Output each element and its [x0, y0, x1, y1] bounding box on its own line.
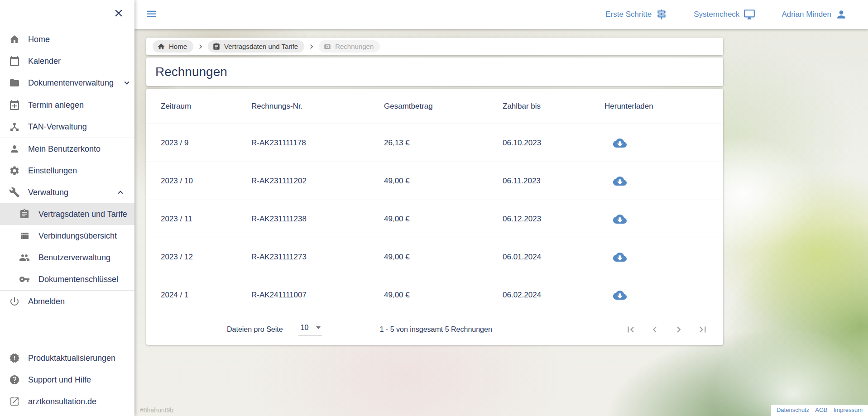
page-size-label: Dateien pro Seite — [227, 325, 283, 334]
breadcrumb-vertragsdaten[interactable]: Vertragsdaten und Tarife — [208, 40, 304, 53]
sidebar-item-kalender[interactable]: Kalender — [0, 50, 134, 72]
chevron-right-icon — [196, 42, 205, 51]
table-header-row: Zeitraum Rechnungs-Nr. Gesamtbetrag Zahl… — [146, 89, 723, 124]
impressum-link[interactable]: Impressum — [834, 406, 863, 413]
sidebar-item-benutzerverwaltung[interactable]: Benutzerverwaltung — [0, 247, 134, 268]
column-header-rechnungs-nr: Rechnungs-Nr. — [251, 102, 384, 111]
sidebar-item-termin-anlegen[interactable]: Termin anlegen — [0, 94, 134, 116]
column-header-gesamtbetrag: Gesamtbetrag — [384, 102, 503, 111]
sidebar-item-label: Abmelden — [28, 297, 65, 306]
hamburger-menu-button[interactable] — [145, 8, 158, 21]
last-page-icon — [697, 324, 709, 335]
download-invoice-button[interactable] — [611, 248, 629, 266]
breadcrumb: Home Vertragsdaten und Tarife Rechnungen — [146, 38, 723, 55]
last-page-button[interactable] — [697, 324, 709, 335]
page-size-select[interactable]: 10 — [298, 324, 322, 335]
sidebar-item-label: Verwaltung — [28, 188, 68, 197]
previous-page-button[interactable] — [649, 324, 661, 335]
pagination-bar: Dateien pro Seite 10 1 - 5 von insgesamt… — [146, 314, 723, 345]
breadcrumb-label: Vertragsdaten und Tarife — [224, 43, 298, 50]
download-invoice-button[interactable] — [611, 134, 629, 152]
sidebar-item-label: Vertragsdaten und Tarife — [38, 210, 127, 219]
breadcrumb-rechnungen-current: Rechnungen — [319, 40, 380, 53]
cloud-download-icon — [613, 250, 627, 264]
agb-link[interactable]: AGB — [815, 406, 827, 413]
main-content: Home Vertragsdaten und Tarife Rechnungen… — [146, 38, 723, 345]
sidebar-bottom-nav: Produktaktualisierungen Support und Hilf… — [0, 347, 134, 412]
power-icon — [9, 296, 20, 307]
sidebar-item-label: Home — [28, 35, 50, 44]
sidebar-item-vertragsdaten-und-tarife[interactable]: Vertragsdaten und Tarife — [0, 203, 134, 225]
table-row: 2023 / 10 R-AK231111202 49,00 € 06.11.20… — [146, 162, 723, 200]
user-account-link[interactable]: Adrian Minden — [782, 9, 847, 20]
person-icon — [835, 9, 847, 20]
sidebar-item-verbindungsuebersicht[interactable]: Verbindungsübersicht — [0, 225, 134, 247]
table-row: 2023 / 12 R-AK231111273 49,00 € 06.01.20… — [146, 238, 723, 276]
first-page-button[interactable] — [625, 324, 637, 335]
pagination-buttons — [625, 324, 709, 335]
sidebar-item-arztkonsultation[interactable]: arztkonsultation.de — [0, 391, 134, 412]
sidebar-item-verwaltung[interactable]: Verwaltung — [0, 182, 134, 203]
monitor-icon — [743, 9, 755, 20]
sidebar-item-label: Dokumentenverwaltung — [28, 78, 114, 88]
sidebar-item-tan-verwaltung[interactable]: TAN-Verwaltung — [0, 116, 134, 138]
sidebar-item-label: Einstellungen — [28, 166, 77, 176]
column-header-herunterladen: Herunterladen — [604, 102, 723, 111]
sidebar-item-label: Verbindungsübersicht — [38, 231, 117, 241]
hub-icon — [9, 121, 20, 132]
download-invoice-button[interactable] — [611, 286, 629, 304]
sidebar-item-label: arztkonsultation.de — [28, 397, 96, 406]
download-invoice-button[interactable] — [611, 210, 629, 228]
caret-down-icon — [316, 326, 321, 329]
cell-zeitraum: 2023 / 10 — [161, 177, 251, 186]
cell-gesamtbetrag: 49,00 € — [384, 177, 503, 186]
signpost-icon — [656, 9, 667, 20]
sidebar-item-label: Benutzerverwaltung — [38, 253, 110, 263]
cell-gesamtbetrag: 49,00 € — [384, 291, 503, 300]
topbar: Erste Schritte Systemcheck Adrian Minden — [134, 0, 868, 29]
erste-schritte-label: Erste Schritte — [605, 10, 652, 19]
breadcrumb-label: Rechnungen — [335, 43, 374, 50]
gear-icon — [9, 165, 20, 176]
datenschutz-link[interactable]: Datenschutz — [777, 406, 809, 413]
page-title: Rechnungen — [155, 65, 227, 79]
sidebar-item-produktaktualisierungen[interactable]: Produktaktualisierungen — [0, 347, 134, 369]
sidebar-nav: Home Kalender Dokumentenverwaltung Termi… — [0, 29, 134, 312]
table-row: 2023 / 9 R-AK231111178 26,13 € 06.10.202… — [146, 124, 723, 162]
sidebar-item-label: Dokumentenschlüssel — [38, 275, 118, 284]
erste-schritte-link[interactable]: Erste Schritte — [605, 9, 667, 20]
breadcrumb-label: Home — [169, 43, 187, 50]
invoice-table: Zeitraum Rechnungs-Nr. Gesamtbetrag Zahl… — [146, 89, 723, 345]
cell-zeitraum: 2023 / 9 — [161, 139, 251, 148]
chevron-right-icon — [307, 42, 316, 51]
sidebar-close-button[interactable] — [113, 7, 125, 20]
sidebar-item-support-und-hilfe[interactable]: Support und Hilfe — [0, 369, 134, 391]
cell-zahlbar-bis: 06.02.2024 — [503, 291, 604, 300]
close-icon — [113, 7, 125, 19]
sidebar-item-label: Kalender — [28, 57, 61, 66]
breadcrumb-home[interactable]: Home — [153, 40, 193, 53]
cell-zeitraum: 2023 / 11 — [161, 215, 251, 224]
download-invoice-button[interactable] — [611, 172, 629, 190]
cloud-download-icon — [613, 212, 627, 226]
first-page-icon — [625, 324, 637, 335]
external-link-icon — [9, 396, 20, 407]
cloud-download-icon — [613, 288, 627, 302]
sidebar-item-mein-benutzerkonto[interactable]: Mein Benutzerkonto — [0, 138, 134, 160]
sidebar-item-label: Support und Hilfe — [28, 375, 91, 385]
systemcheck-link[interactable]: Systemcheck — [694, 9, 755, 20]
sidebar-item-dokumentenverwaltung[interactable]: Dokumentenverwaltung — [0, 72, 134, 94]
wrench-icon — [9, 187, 20, 198]
cell-rechnungs-nr: R-AK231111202 — [251, 177, 384, 186]
next-page-button[interactable] — [673, 324, 685, 335]
sidebar-item-einstellungen[interactable]: Einstellungen — [0, 160, 134, 182]
sidebar-item-label: Produktaktualisierungen — [28, 354, 115, 363]
sidebar-item-abmelden[interactable]: Abmelden — [0, 291, 134, 312]
topbar-links: Erste Schritte Systemcheck Adrian Minden — [605, 9, 868, 20]
sidebar-item-dokumentenschluessel[interactable]: Dokumentenschlüssel — [0, 268, 134, 290]
systemcheck-label: Systemcheck — [694, 10, 739, 19]
clipboard-icon — [212, 43, 221, 51]
calendar-add-icon — [9, 100, 20, 110]
folder-icon — [9, 77, 20, 88]
sidebar-item-home[interactable]: Home — [0, 29, 134, 50]
